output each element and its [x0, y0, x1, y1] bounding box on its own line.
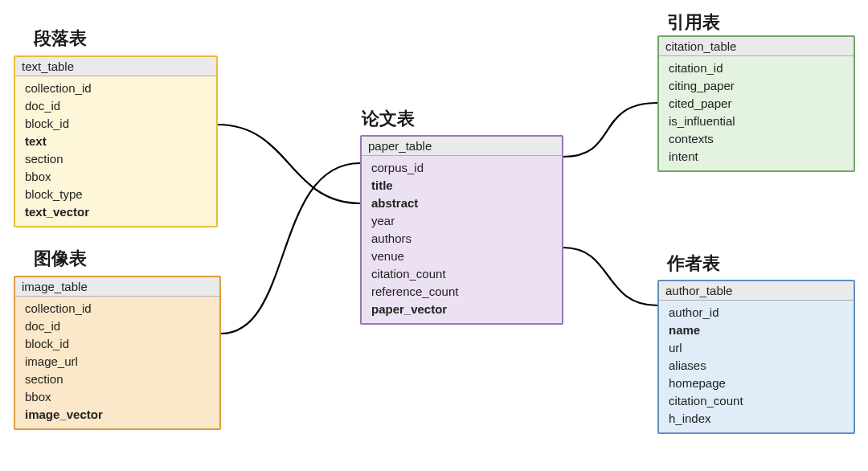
table-citation: citation_table citation_id citing_paper … [657, 35, 855, 172]
field: h_index [669, 410, 845, 428]
field: block_type [25, 186, 208, 203]
field: collection_id [25, 300, 211, 317]
table-author-header: author_table [659, 281, 854, 301]
title-paper-table: 论文表 [362, 107, 415, 131]
field: image_url [25, 353, 211, 371]
field: block_id [25, 115, 208, 133]
table-citation-body: citation_id citing_paper cited_paper is_… [659, 56, 854, 170]
field: venue [371, 248, 554, 265]
table-text-header: text_table [15, 57, 216, 76]
field: reference_count [371, 283, 554, 301]
field: is_influential [669, 113, 845, 130]
table-paper-header: paper_table [362, 137, 562, 156]
field: section [25, 150, 208, 168]
field: aliases [669, 357, 845, 375]
field: citation_id [669, 59, 845, 77]
field: cited_paper [669, 95, 845, 113]
field: corpus_id [371, 159, 554, 177]
field: doc_id [25, 97, 208, 115]
er-diagram-canvas: 段落表 图像表 论文表 引用表 作者表 text_table collectio… [0, 0, 868, 471]
field: collection_id [25, 80, 208, 97]
field: doc_id [25, 317, 211, 335]
field: contexts [669, 130, 845, 148]
title-text-table: 段落表 [34, 27, 87, 51]
field: intent [669, 148, 845, 166]
title-image-table: 图像表 [34, 247, 87, 271]
field: author_id [669, 304, 845, 322]
field: bbox [25, 168, 208, 186]
field: year [371, 212, 554, 230]
field: citation_count [669, 392, 845, 410]
field: citation_count [371, 265, 554, 283]
table-paper: paper_table corpus_id title abstract yea… [360, 135, 563, 325]
table-text-body: collection_id doc_id block_id text secti… [15, 76, 216, 226]
title-citation-table: 引用表 [667, 10, 720, 35]
title-author-table: 作者表 [667, 252, 720, 276]
field: citing_paper [669, 77, 845, 95]
field: name [669, 322, 845, 339]
field: url [669, 339, 845, 357]
table-image-body: collection_id doc_id block_id image_url … [15, 297, 219, 428]
field: homepage [669, 375, 845, 392]
field: section [25, 371, 211, 388]
field: paper_vector [371, 301, 554, 318]
field: title [371, 177, 554, 195]
table-citation-header: citation_table [659, 37, 854, 56]
field: image_vector [25, 406, 211, 424]
table-paper-body: corpus_id title abstract year authors ve… [362, 156, 562, 323]
field: text [25, 133, 208, 150]
field: block_id [25, 335, 211, 353]
field: bbox [25, 388, 211, 406]
field: text_vector [25, 203, 208, 221]
table-image: image_table collection_id doc_id block_i… [14, 276, 221, 430]
table-author-body: author_id name url aliases homepage cita… [659, 301, 854, 432]
table-image-header: image_table [15, 277, 219, 297]
table-author: author_table author_id name url aliases … [657, 280, 855, 434]
field: authors [371, 230, 554, 248]
field: abstract [371, 195, 554, 212]
table-text: text_table collection_id doc_id block_id… [14, 55, 218, 227]
